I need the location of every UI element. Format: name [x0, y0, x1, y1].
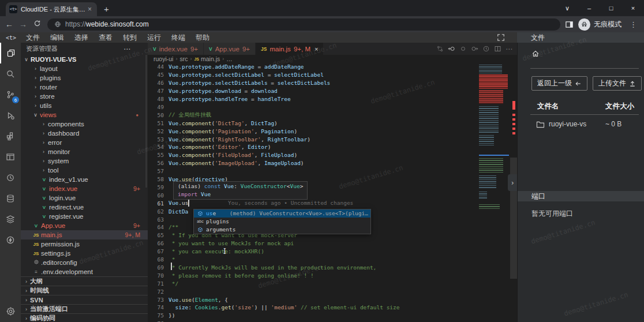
code-line-75: 75}): [148, 312, 471, 320]
suggest-item-0[interactable]: use(method) VueConstructor<Vue>.use<T>(p…: [194, 209, 370, 218]
address-bar[interactable]: https://webide.sinosoft.com: [47, 18, 560, 31]
git-compare-icon[interactable]: [436, 45, 444, 53]
tree-item-index_v1.vue[interactable]: Vindex_v1.vue: [21, 175, 148, 184]
nav-back-icon[interactable]: [448, 45, 455, 53]
timeline-icon[interactable]: [0, 167, 21, 188]
suggest-item-2[interactable]: arguments: [194, 226, 370, 234]
menu-item-7[interactable]: 帮助: [190, 33, 215, 43]
tree-item-error[interactable]: ›error: [21, 138, 148, 147]
menu-item-5[interactable]: 运行: [142, 33, 166, 43]
explorer-more-icon[interactable]: ⋯: [123, 45, 130, 53]
menu-item-6[interactable]: 终端: [166, 33, 190, 43]
tree-item-utils[interactable]: ›utils: [21, 101, 148, 110]
preview-icon[interactable]: [0, 147, 21, 167]
tab-App-vue[interactable]: VApp.vue9+: [204, 43, 255, 55]
menu-item-2[interactable]: 选择: [69, 33, 93, 43]
suggest-item-1[interactable]: abcplugins: [194, 218, 370, 226]
breadcrumb-item[interactable]: main.js: [201, 55, 220, 62]
upload-file-button[interactable]: 上传文件: [593, 76, 642, 91]
vue-file-icon: V: [40, 177, 48, 182]
menu-item-4[interactable]: 转到: [118, 33, 142, 43]
tree-item-layout[interactable]: ›layout: [21, 64, 148, 73]
search-icon[interactable]: [0, 63, 21, 84]
nav-forward-icon[interactable]: [471, 45, 478, 53]
browser-tab[interactable]: <t> CloudIDE - 云原生集成开发环境 ×: [6, 2, 97, 16]
tree-item-plugins[interactable]: ›plugins: [21, 73, 148, 83]
layers-icon[interactable]: [0, 209, 21, 230]
split-editor-icon[interactable]: [494, 45, 501, 53]
breadcrumb-item[interactable]: …: [226, 55, 233, 62]
vue-file-icon: V: [153, 46, 156, 52]
menu-item-3[interactable]: 查看: [93, 33, 118, 43]
tab-main-js[interactable]: JSmain.js9+, M×: [256, 43, 323, 55]
tab-index-vue[interactable]: Vindex.vue9+: [148, 43, 203, 55]
breadcrumb-item[interactable]: ruoyi-ui: [153, 55, 173, 62]
window-maximize-icon[interactable]: □: [600, 0, 622, 16]
line-content: Vue.us: [169, 200, 189, 207]
line-number: 60: [148, 192, 169, 199]
history-icon[interactable]: [482, 45, 490, 53]
section-2[interactable]: ›SVN: [21, 295, 148, 304]
breadcrumb-item[interactable]: src: [179, 55, 188, 62]
tree-item-settings.js[interactable]: JSsettings.js: [21, 249, 148, 258]
back-to-parent-button[interactable]: 返回上一级: [531, 76, 587, 91]
browser-reload-icon[interactable]: [30, 20, 44, 29]
tree-item-redirect.vue[interactable]: Vredirect.vue: [21, 203, 148, 212]
nav-dot-icon[interactable]: [459, 45, 467, 53]
tab-close-icon[interactable]: ×: [86, 5, 93, 13]
tree-item-ruoyi-vue-vs[interactable]: ∨RUOYI-VUE-VS: [21, 55, 148, 64]
ide-menu-bar: <t> 文件编辑选择查看转到运行终端帮助: [0, 32, 517, 43]
run-debug-icon[interactable]: [0, 105, 21, 126]
line-content: Vue.component('FileUpload', FileUpload): [169, 152, 297, 158]
home-icon[interactable]: [531, 50, 540, 60]
section-3[interactable]: ›当前激活端口: [21, 304, 148, 313]
window-menu-icon[interactable]: ∨: [556, 0, 578, 16]
tab-close-icon[interactable]: ×: [314, 46, 318, 53]
power-icon[interactable]: [0, 230, 21, 250]
source-control-icon[interactable]: 6: [0, 84, 21, 105]
menu-item-0[interactable]: 文件: [21, 33, 45, 43]
new-tab-button[interactable]: +: [104, 4, 109, 14]
file-row-name[interactable]: ruoyi-vue-vs: [536, 120, 586, 128]
panel-collapse-handle[interactable]: ›: [508, 174, 517, 191]
tree-item-router[interactable]: ›router: [21, 83, 148, 92]
section-1[interactable]: ›时间线: [21, 286, 148, 295]
window-minimize-icon[interactable]: –: [578, 0, 600, 16]
tree-item-components[interactable]: ›components: [21, 119, 148, 129]
browser-menu-icon[interactable]: ⋮: [630, 20, 637, 29]
tree-item-.env.development[interactable]: ≡.env.development: [21, 267, 148, 276]
tree-item-monitor[interactable]: ›monitor: [21, 147, 148, 156]
tree-item-login.vue[interactable]: Vlogin.vue: [21, 193, 148, 203]
extensions-icon[interactable]: [0, 126, 21, 147]
section-0[interactable]: ›大纲: [21, 276, 148, 286]
browser-forward-icon[interactable]: →: [16, 20, 30, 29]
browser-back-icon[interactable]: ←: [2, 20, 16, 29]
code-editor[interactable]: 44Vue.prototype.addDateRange = addDateRa…: [148, 63, 517, 322]
side-panel-icon[interactable]: [565, 20, 574, 29]
line-content: * you can execute: mockXHR(): [169, 248, 264, 254]
tree-item-index.vue[interactable]: Vindex.vue9+: [21, 184, 148, 193]
line-content: * you want to use MockJs for mock api: [169, 240, 294, 246]
minimap[interactable]: [479, 63, 509, 263]
line-number: 47: [148, 88, 169, 94]
window-close-icon[interactable]: ×: [622, 0, 644, 16]
tree-item-main.js[interactable]: JSmain.js9+, M: [21, 230, 148, 239]
tree-item-dashboard[interactable]: ›dashboard: [21, 129, 148, 138]
section-4[interactable]: ›编码协同: [21, 313, 148, 322]
tree-item-permission.js[interactable]: JSpermission.js: [21, 239, 148, 249]
tree-item-register.vue[interactable]: Vregister.vue: [21, 212, 148, 221]
database-icon[interactable]: [0, 188, 21, 209]
tree-item-store[interactable]: ›store: [21, 92, 148, 101]
breadcrumb[interactable]: ruoyi-ui›src›JSmain.js›…: [148, 55, 517, 63]
tree-item-views[interactable]: ∨views●: [21, 110, 148, 119]
explorer-icon[interactable]: [0, 43, 21, 63]
tree-item-.editorconfig[interactable]: .editorconfig: [21, 258, 148, 267]
menu-item-1[interactable]: 编辑: [45, 33, 69, 43]
sidebar-scrollbar[interactable]: [145, 55, 147, 188]
settings-gear-icon[interactable]: [0, 302, 21, 320]
folder-icon: [536, 121, 545, 128]
tree-item-tool[interactable]: ›tool: [21, 166, 148, 175]
tree-item-system[interactable]: ›system: [21, 156, 148, 166]
tree-item-app.vue[interactable]: VApp.vue9+: [21, 221, 148, 230]
more-icon[interactable]: ⋯: [506, 45, 512, 53]
